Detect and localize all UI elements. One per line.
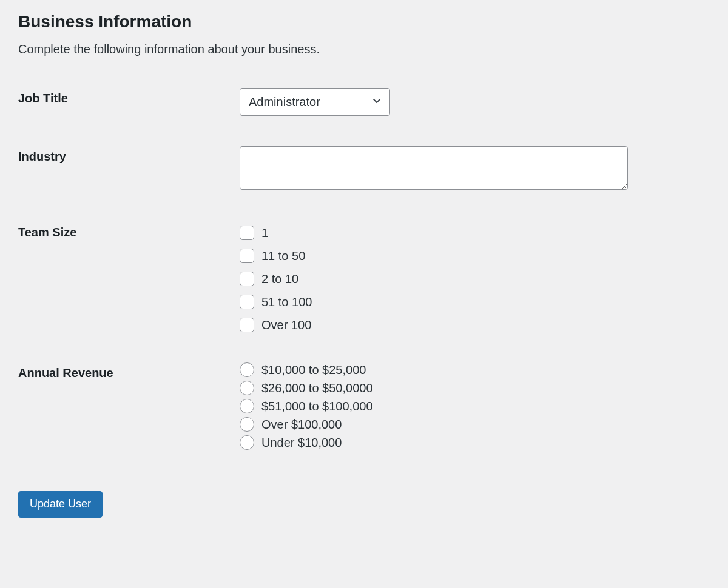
annual-revenue-radio[interactable] — [240, 417, 254, 432]
form-table: Job Title Administrator — [18, 81, 710, 473]
field-row-annual-revenue: Annual Revenue $10,000 to $25,000 $26,00… — [18, 355, 710, 473]
team-size-option: 1 — [240, 226, 710, 240]
annual-revenue-options: $10,000 to $25,000 $26,000 to $50,0000 $… — [240, 362, 710, 450]
submit-row: Update User — [18, 491, 710, 518]
update-user-button[interactable]: Update User — [18, 491, 103, 518]
team-size-checkbox[interactable] — [240, 272, 254, 286]
annual-revenue-option-label: $10,000 to $25,000 — [261, 363, 366, 377]
team-size-checkbox[interactable] — [240, 318, 254, 332]
team-size-option: Over 100 — [240, 318, 710, 332]
team-size-option-label: 11 to 50 — [261, 249, 305, 263]
section-title: Business Information — [18, 12, 710, 32]
field-row-team-size: Team Size 1 11 to 50 2 to 10 — [18, 215, 710, 355]
team-size-options: 1 11 to 50 2 to 10 51 to 100 — [240, 226, 710, 332]
team-size-option-label: 1 — [261, 226, 268, 240]
annual-revenue-label: Annual Revenue — [18, 355, 240, 473]
annual-revenue-option-label: Under $10,000 — [261, 436, 342, 450]
annual-revenue-option: $26,000 to $50,0000 — [240, 381, 710, 395]
annual-revenue-option-label: Over $100,000 — [261, 418, 342, 432]
job-title-label: Job Title — [18, 81, 240, 139]
team-size-option-label: Over 100 — [261, 318, 311, 332]
team-size-option: 11 to 50 — [240, 249, 710, 263]
job-title-select-wrap: Administrator — [240, 88, 390, 116]
industry-input[interactable] — [240, 146, 628, 190]
team-size-checkbox[interactable] — [240, 249, 254, 263]
job-title-select[interactable]: Administrator — [240, 88, 390, 116]
annual-revenue-option: Under $10,000 — [240, 435, 710, 450]
annual-revenue-option-label: $51,000 to $100,000 — [261, 399, 373, 413]
team-size-option: 51 to 100 — [240, 295, 710, 309]
team-size-label: Team Size — [18, 215, 240, 355]
field-row-industry: Industry — [18, 139, 710, 215]
annual-revenue-option: $51,000 to $100,000 — [240, 399, 710, 413]
annual-revenue-option: $10,000 to $25,000 — [240, 362, 710, 377]
team-size-checkbox[interactable] — [240, 226, 254, 240]
team-size-option: 2 to 10 — [240, 272, 710, 286]
annual-revenue-radio[interactable] — [240, 381, 254, 395]
industry-label: Industry — [18, 139, 240, 215]
business-information-form: Business Information Complete the follow… — [0, 0, 728, 542]
section-description: Complete the following information about… — [18, 42, 710, 56]
annual-revenue-radio[interactable] — [240, 362, 254, 377]
annual-revenue-radio[interactable] — [240, 435, 254, 450]
team-size-checkbox[interactable] — [240, 295, 254, 309]
annual-revenue-option-label: $26,000 to $50,0000 — [261, 381, 373, 395]
annual-revenue-option: Over $100,000 — [240, 417, 710, 432]
field-row-job-title: Job Title Administrator — [18, 81, 710, 139]
team-size-option-label: 2 to 10 — [261, 272, 298, 286]
team-size-option-label: 51 to 100 — [261, 295, 312, 309]
annual-revenue-radio[interactable] — [240, 399, 254, 413]
